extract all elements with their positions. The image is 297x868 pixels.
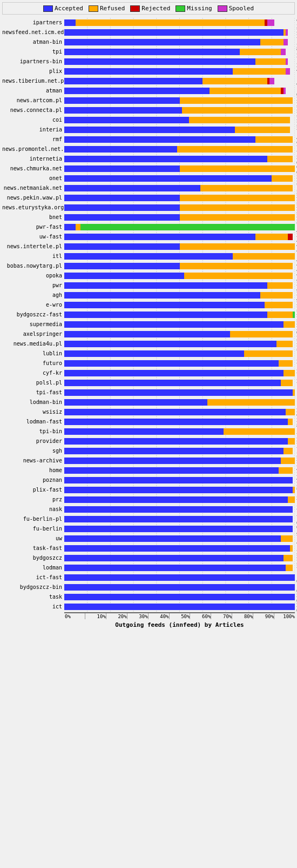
x-tick: 20% — [106, 613, 127, 619]
row-label: bobas.nowytarg.pl — [2, 263, 64, 269]
bar-area: 18051794866 — [64, 78, 295, 84]
x-tick: 30% — [127, 613, 148, 619]
bar-area: 931633225137 — [64, 49, 295, 55]
bar-area: 48865251 — [64, 477, 295, 483]
bar-area: 731161 — [64, 516, 295, 522]
bar-segment-spooled — [284, 39, 288, 45]
bar-area: 217841364 — [64, 380, 295, 386]
row-label: pwr — [2, 282, 64, 288]
bar-segment-refused — [286, 565, 293, 571]
bar-segment-accepted — [64, 487, 293, 493]
row-label: task-fast — [2, 545, 64, 551]
bar-area: 72340 — [64, 535, 295, 542]
bar-segment-spooled — [284, 88, 286, 94]
row-label: atman-bin — [2, 39, 64, 45]
table-row: news.eturystyka.org51205111 — [2, 203, 295, 212]
bar-area: 47014503 — [64, 263, 295, 269]
bar-segment-spooled — [286, 58, 288, 65]
bar-segment-accepted — [64, 282, 267, 289]
bar-segment-refused — [272, 175, 292, 182]
bar-area: 773294976 — [64, 224, 295, 230]
bar-segment-accepted — [64, 195, 180, 201]
bar-area: 79167902 — [64, 146, 295, 153]
bar-segment-refused — [276, 341, 293, 347]
legend-color — [43, 5, 53, 12]
bar-segment-accepted — [64, 78, 202, 84]
row-label: axelspringer — [2, 331, 64, 337]
table-row: bnet51005075 — [2, 213, 295, 222]
row-label: ipartners-bin — [2, 58, 64, 64]
bar-area: 50 — [64, 594, 295, 600]
row-label: news.connecta.pl — [2, 107, 64, 113]
table-row: axelspringer64762402 — [2, 329, 295, 339]
table-row: futuro292481935 — [2, 359, 295, 368]
row-label: ipartners — [2, 19, 64, 25]
row-label: prz — [2, 496, 64, 502]
row-label: ict — [2, 604, 64, 609]
bar-segment-accepted — [64, 117, 189, 123]
bar-area: 111770 — [64, 574, 295, 581]
row-label: supermedia — [2, 321, 64, 327]
bar-segment-refused — [224, 428, 295, 435]
bar-segment-accepted — [64, 341, 276, 347]
bar-segment-refused — [177, 146, 293, 153]
bar-segment-accepted — [64, 389, 293, 396]
row-label: polsl.pl — [2, 380, 64, 386]
bar-area: 278081455 — [64, 370, 295, 376]
bar-area: 989045343018 — [64, 19, 295, 26]
row-label: atman — [2, 88, 64, 94]
table-row: lodman52518 — [2, 563, 295, 572]
bar-segment-refused — [207, 399, 295, 406]
bar-area: 4622310 — [64, 467, 295, 474]
x-tick: 80% — [232, 613, 253, 619]
row-label: tpi-bin — [2, 428, 64, 434]
bar-area: 194528 — [64, 545, 295, 552]
bar-segment-accepted — [64, 419, 288, 425]
bar-segment-accepted — [64, 273, 184, 279]
table-row: tpi931633225137 — [2, 47, 295, 56]
bar-area: 526855304 — [64, 175, 295, 182]
bar-area: 1311206207363 — [64, 58, 295, 65]
bar-segment-accepted — [64, 584, 295, 591]
bar-segment-refused — [184, 273, 293, 279]
bar-segment-refused — [288, 438, 295, 445]
table-row: rmf490419209 — [2, 135, 295, 144]
table-row: ict28150 — [2, 602, 295, 611]
bar-segment-refused — [288, 419, 293, 425]
x-tick: 10% — [85, 613, 106, 619]
table-row: news.chmurka.net69976848 — [2, 164, 295, 173]
row-label: news.eturystyka.org — [2, 204, 64, 210]
bar-segment-accepted — [64, 526, 293, 532]
bar-segment-accepted — [64, 467, 279, 474]
table-row: news.connecta.pl2845127077 — [2, 105, 295, 115]
bar-segment-refused — [180, 214, 295, 221]
bar-segment-refused — [180, 165, 295, 172]
bar-segment-accepted — [64, 477, 293, 483]
table-row: supermedia573482734 — [2, 320, 295, 329]
legend-item: Accepted — [43, 5, 83, 12]
table-row: polsl.pl217841364 — [2, 378, 295, 387]
bar-area: 12696363230 — [64, 88, 295, 94]
bar-segment-accepted — [64, 214, 180, 221]
bar-area: 1776795 — [64, 428, 295, 435]
row-label: cyf-kr — [2, 370, 64, 376]
table-row: task-fast194528 — [2, 544, 295, 553]
table-row: sgh7926341 — [2, 446, 295, 455]
bar-segment-missing — [80, 224, 295, 230]
bar-segment-accepted — [64, 292, 260, 299]
table-row: cyf-kr278081455 — [2, 368, 295, 377]
row-label: bydgoszcz — [2, 555, 64, 561]
table-row: lublin70001962 — [2, 349, 295, 358]
row-label: onet — [2, 175, 64, 181]
table-row: uw72340 — [2, 534, 295, 543]
bar-segment-refused — [76, 224, 80, 230]
bar-segment-accepted — [64, 185, 200, 191]
bar-segment-accepted — [64, 165, 180, 172]
bar-segment-accepted — [64, 458, 281, 464]
bar-segment-refused — [265, 302, 292, 308]
bar-segment-refused — [182, 107, 293, 114]
legend-color — [176, 5, 185, 12]
table-row: news.promontel.net.pl79167902 — [2, 144, 295, 154]
bar-segment-accepted — [64, 19, 76, 26]
row-label: news.intertele.pl — [2, 243, 64, 249]
